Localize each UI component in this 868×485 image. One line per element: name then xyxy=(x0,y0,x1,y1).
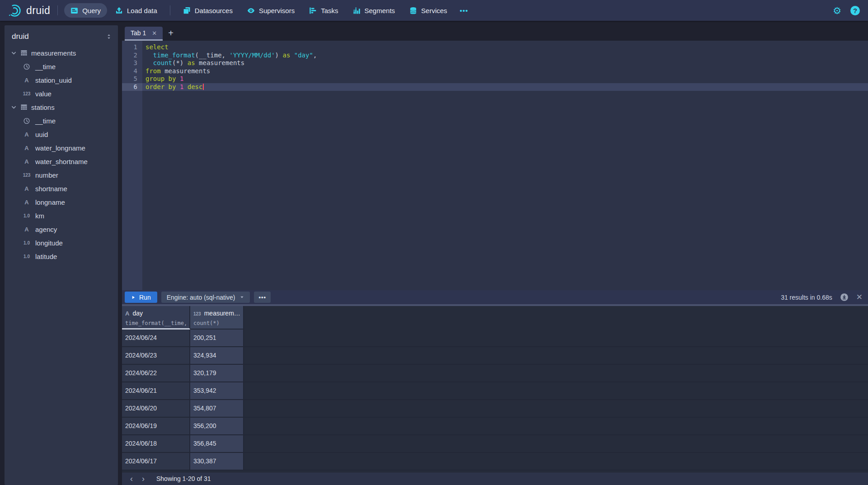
code-line[interactable]: order by 1 desc xyxy=(142,83,868,91)
table-cell[interactable]: 2024/06/21 xyxy=(122,382,190,399)
tree-column-km[interactable]: 1.0km xyxy=(5,209,118,222)
table-row: 2024/06/18356,845 xyxy=(122,435,868,453)
time-icon xyxy=(23,118,31,124)
table-row: 2024/06/19356,200 xyxy=(122,418,868,435)
column-name: value xyxy=(35,90,52,98)
tree-column-number[interactable]: 123number xyxy=(5,168,118,182)
nav-item-query[interactable]: Query xyxy=(64,3,107,18)
table-cell[interactable]: 2024/06/17 xyxy=(122,453,190,470)
table-cell[interactable]: 354,807 xyxy=(190,400,244,417)
gantt-icon xyxy=(309,7,317,14)
prev-page-button[interactable]: ‹ xyxy=(126,473,137,485)
string-type-icon: A xyxy=(23,145,31,151)
code-line[interactable]: count(*) as measurements xyxy=(142,59,868,67)
nav-more-button[interactable]: ••• xyxy=(455,7,474,14)
druid-logo[interactable]: druid xyxy=(8,4,50,18)
tree-table-measurements[interactable]: measurements xyxy=(5,46,118,60)
code-line[interactable]: select xyxy=(142,43,868,52)
table-cell[interactable]: 330,387 xyxy=(190,453,244,470)
nav-divider xyxy=(170,5,170,15)
tab-label: Tab 1 xyxy=(131,29,146,37)
help-icon[interactable]: ? xyxy=(850,6,860,15)
table-cell[interactable]: 2024/06/23 xyxy=(122,347,190,364)
string-type-icon: A xyxy=(23,158,31,165)
tree-column-water-longname[interactable]: Awater_longname xyxy=(5,141,118,155)
tree-column--time[interactable]: __time xyxy=(5,60,118,73)
table-cell[interactable]: 200,251 xyxy=(190,330,244,346)
tree-column-station-uuid[interactable]: Astation_uuid xyxy=(5,73,118,87)
table-cell[interactable]: 2024/06/18 xyxy=(122,435,190,452)
table-cell[interactable]: 356,200 xyxy=(190,418,244,434)
tree-column-latitude[interactable]: 1.0latitude xyxy=(5,250,118,263)
table-cell[interactable]: 353,942 xyxy=(190,382,244,399)
tree-column-longname[interactable]: Alongname xyxy=(5,195,118,209)
tree-column-value[interactable]: 123value xyxy=(5,87,118,100)
nav-item-label: Tasks xyxy=(321,7,338,14)
float-type-icon: 1.0 xyxy=(23,240,31,245)
table-cell[interactable]: 324,934 xyxy=(190,347,244,364)
code-line[interactable]: from measurements xyxy=(142,67,868,75)
query-more-button[interactable]: ••• xyxy=(254,292,271,303)
results-column-header-day[interactable]: Adaytime_format(__time, … xyxy=(122,306,190,330)
schema-sidebar: druid measurements__timeAstation_uuid123… xyxy=(5,25,118,485)
tree-column-shortname[interactable]: Ashortname xyxy=(5,182,118,195)
tab-tab1[interactable]: Tab 1 ✕ xyxy=(125,27,163,41)
nav-item-supervisors[interactable]: Supervisors xyxy=(241,3,301,18)
engine-select[interactable]: Engine: auto (sql-native) xyxy=(161,292,250,303)
number-type-icon: 123 xyxy=(23,91,31,96)
column-name: __time xyxy=(35,63,56,71)
bar-chart-icon xyxy=(353,7,361,14)
next-page-button[interactable]: › xyxy=(137,473,149,485)
table-cell[interactable]: 2024/06/24 xyxy=(122,330,190,346)
nav-item-segments[interactable]: Segments xyxy=(347,3,402,18)
text-cursor xyxy=(203,84,204,90)
code-line[interactable]: group by 1 xyxy=(142,75,868,83)
gear-icon[interactable]: ⚙ xyxy=(833,6,841,15)
run-button-label: Run xyxy=(139,294,151,301)
nav-item-load-data[interactable]: Load data xyxy=(109,3,164,18)
table-name: measurements xyxy=(31,49,76,57)
results-column-header-measurem-[interactable]: 123measurem…count(*) xyxy=(190,306,244,330)
results-column-name: day xyxy=(132,310,143,317)
nav-item-services[interactable]: Services xyxy=(403,3,454,18)
table-cell[interactable]: 2024/06/22 xyxy=(122,365,190,381)
schema-tree: measurements__timeAstation_uuid123values… xyxy=(5,46,118,263)
nav-item-label: Load data xyxy=(127,7,157,14)
table-name: stations xyxy=(31,104,55,111)
play-icon xyxy=(131,295,136,300)
nav-item-label: Segments xyxy=(365,7,395,14)
download-icon[interactable] xyxy=(840,293,849,301)
string-type-icon: A xyxy=(23,131,31,138)
sidebar-header: druid xyxy=(5,25,118,46)
results-column-name: measurem… xyxy=(204,310,240,317)
column-name: km xyxy=(35,212,44,220)
table-cell[interactable]: 2024/06/20 xyxy=(122,400,190,417)
column-name: agency xyxy=(35,226,57,233)
code-line[interactable]: time_format(__time, 'YYYY/MM/dd') as "da… xyxy=(142,52,868,60)
tree-column-water-shortname[interactable]: Awater_shortname xyxy=(5,155,118,168)
results-panel: Adaytime_format(__time, …123measurem…cou… xyxy=(122,306,868,472)
line-number: 5 xyxy=(122,75,142,83)
table-cell[interactable]: 356,845 xyxy=(190,435,244,452)
close-results-icon[interactable]: ✕ xyxy=(856,293,863,301)
column-name: number xyxy=(35,171,58,179)
new-tab-button[interactable]: + xyxy=(163,28,179,38)
tree-column--time[interactable]: __time xyxy=(5,114,118,127)
nav-item-tasks[interactable]: Tasks xyxy=(303,3,344,18)
tree-column-agency[interactable]: Aagency xyxy=(5,222,118,236)
table-cell[interactable]: 320,179 xyxy=(190,365,244,381)
tree-column-longitude[interactable]: 1.0longitude xyxy=(5,236,118,250)
sql-editor[interactable]: 123456 select time_format(__time, 'YYYY/… xyxy=(122,41,868,290)
tree-table-stations[interactable]: stations xyxy=(5,100,118,114)
tree-column-uuid[interactable]: Auuid xyxy=(5,127,118,141)
column-name: uuid xyxy=(35,131,48,138)
table-cell[interactable]: 2024/06/19 xyxy=(122,418,190,434)
nav-item-label: Services xyxy=(421,7,447,14)
chevron-down-icon xyxy=(11,104,17,110)
nav-item-datasources[interactable]: Datasources xyxy=(177,3,239,18)
column-name: shortname xyxy=(35,185,67,193)
run-button[interactable]: Run xyxy=(125,292,157,303)
double-caret-vertical-icon[interactable] xyxy=(106,33,112,40)
navbar-items: QueryLoad dataDatasourcesSupervisorsTask… xyxy=(63,3,454,18)
tab-close-icon[interactable]: ✕ xyxy=(152,30,157,37)
